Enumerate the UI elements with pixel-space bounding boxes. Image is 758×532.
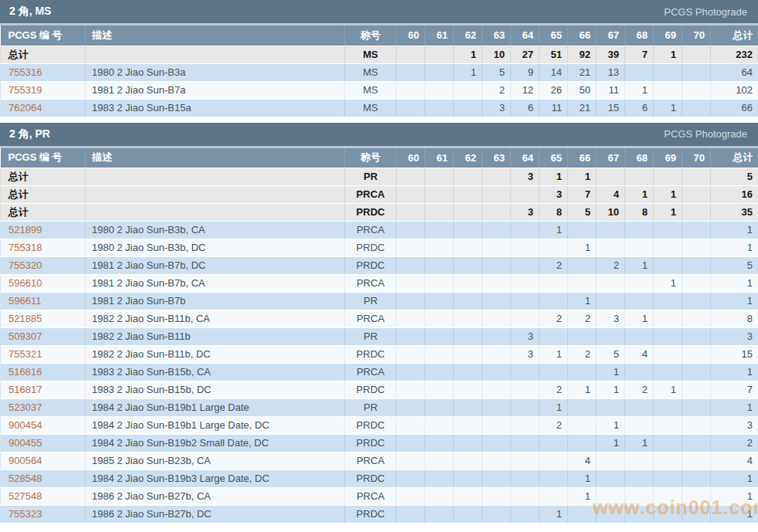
grade-66-count-cell: 1 (568, 470, 597, 488)
grade-69-count-cell (654, 63, 682, 81)
grade-70-count-cell (682, 506, 711, 524)
designation-cell: PR (345, 399, 397, 417)
grade-62-count-cell (454, 417, 482, 435)
grade-69-count-cell (654, 435, 682, 452)
row-total-cell: 5 (711, 257, 758, 275)
pcgs-number-link[interactable]: 596610 (8, 277, 42, 289)
grade-67-count-cell: 10 (597, 204, 625, 222)
grade-70-count-cell (682, 346, 711, 364)
grade-64-count-cell: 3 (511, 204, 540, 222)
grade-60-count-cell (397, 168, 425, 186)
photograde-link[interactable]: PCGS Photograde (664, 128, 747, 140)
pcgs-number-link[interactable]: 509307 (8, 330, 42, 342)
grade-63-count-cell (482, 506, 511, 524)
pcgs-number-link[interactable]: 900455 (8, 437, 42, 449)
pcgs-number-link[interactable]: 755321 (8, 348, 42, 360)
grade-69-count-cell (654, 222, 682, 239)
pcgs-number-link[interactable]: 523037 (8, 402, 42, 413)
column-header-grade-69: 69 (654, 25, 682, 46)
grade-69-count-cell: 1 (654, 186, 682, 204)
designation-cell: PRDC (345, 204, 397, 222)
section-header-bar: 2 角, PR PCGS Photograde (0, 123, 758, 148)
pcgs-number-link[interactable]: 755319 (8, 84, 42, 96)
grade-67-count-cell: 13 (597, 63, 625, 81)
grade-66-count-cell: 1 (568, 488, 597, 506)
column-header-grade-61: 61 (425, 25, 454, 46)
pcgs-number-link[interactable]: 755318 (8, 242, 42, 253)
pcgs-number-link[interactable]: 528548 (8, 473, 42, 484)
grade-62-count-cell (454, 506, 482, 524)
grade-63-count-cell (482, 204, 511, 222)
grade-61-count-cell (425, 310, 454, 328)
description-cell (86, 204, 345, 222)
grade-65-count-cell: 14 (540, 63, 568, 81)
grade-61-count-cell (425, 328, 454, 346)
grade-67-count-cell (597, 222, 625, 239)
pcgs-number-cell: 755320 (1, 257, 86, 275)
description-cell: 1981 2 Jiao Sun-B7b, DC (86, 257, 345, 275)
grade-60-count-cell (397, 222, 425, 239)
pcgs-number-link[interactable]: 900564 (8, 455, 42, 466)
pcgs-number-link[interactable]: 521885 (8, 313, 42, 324)
row-total-cell: 1 (711, 275, 758, 293)
pcgs-number-link[interactable]: 516817 (8, 384, 42, 395)
pcgs-number-link[interactable]: 755323 (8, 508, 42, 520)
description-cell: 1981 2 Jiao Sun-B7b (86, 293, 345, 310)
pcgs-number-cell: 528548 (1, 470, 86, 488)
grade-67-count-cell: 15 (597, 99, 625, 117)
pcgs-number-link[interactable]: 521899 (8, 224, 42, 236)
grade-67-count-cell: 39 (597, 46, 625, 63)
grade-66-count-cell: 1 (568, 168, 597, 186)
grade-64-count-cell (511, 275, 540, 293)
grade-68-count-cell (625, 293, 654, 310)
pcgs-number-cell: 755319 (1, 81, 86, 99)
grade-62-count-cell (454, 81, 482, 99)
grade-65-count-cell (540, 293, 568, 310)
designation-cell: PRCA (345, 186, 397, 204)
designation-cell: PRCA (345, 364, 397, 381)
column-header-total: 总计 (711, 148, 758, 168)
grade-70-count-cell (682, 99, 711, 117)
column-header-grade-70: 70 (682, 25, 711, 46)
pcgs-number-link[interactable]: 755316 (8, 66, 42, 78)
description-cell: 1984 2 Jiao Sun-B19b3 Large Date, DC (86, 470, 345, 488)
row-total-cell: 1 (711, 239, 758, 257)
row-total-cell: 5 (711, 168, 758, 186)
grade-64-count-cell: 3 (511, 346, 540, 364)
column-header-grade-70: 70 (682, 148, 711, 168)
column-header-designation: 称号 (345, 148, 397, 168)
column-header-grade-64: 64 (511, 148, 540, 168)
grade-64-count-cell (511, 435, 540, 452)
row-total-cell: 232 (711, 46, 758, 63)
designation-cell: PR (345, 293, 397, 310)
photograde-link[interactable]: PCGS Photograde (664, 6, 747, 18)
pcgs-number-link[interactable]: 516816 (8, 366, 42, 378)
pcgs-number-link[interactable]: 527548 (8, 490, 42, 502)
row-total-cell: 66 (711, 99, 758, 117)
grade-64-count-cell: 3 (511, 168, 540, 186)
table-row: 9004541984 2 Jiao Sun-B19b1 Large Date, … (1, 417, 758, 435)
pcgs-number-link[interactable]: 900454 (8, 419, 42, 431)
pcgs-number-cell: 527548 (1, 488, 86, 506)
grade-63-count-cell (482, 488, 511, 506)
grade-63-count-cell: 3 (482, 99, 511, 117)
grade-66-count-cell (568, 364, 597, 381)
grade-63-count-cell (482, 310, 511, 328)
summary-row-prdc: 总计PRDC385108135 (1, 204, 758, 222)
pcgs-number-link[interactable]: 762064 (8, 102, 42, 114)
grade-61-count-cell (425, 293, 454, 310)
pcgs-number-cell: 596610 (1, 275, 86, 293)
grade-66-count-cell (568, 399, 597, 417)
section-header-bar: 2 角, MS PCGS Photograde (0, 0, 758, 25)
grade-70-count-cell (682, 46, 711, 63)
summary-row-pr: 总计PR3115 (1, 168, 758, 186)
pcgs-number-link[interactable]: 755320 (8, 259, 42, 271)
grade-63-count-cell (482, 452, 511, 470)
pcgs-number-link[interactable]: 596611 (8, 295, 41, 307)
pcgs-number-cell: 755316 (1, 63, 86, 81)
table-row: 7553231986 2 Jiao Sun-B27b, DCPRDC11 (1, 506, 758, 524)
grade-65-count-cell (540, 470, 568, 488)
grade-65-count-cell (540, 488, 568, 506)
grade-66-count-cell: 7 (568, 186, 597, 204)
grade-69-count-cell (654, 168, 682, 186)
